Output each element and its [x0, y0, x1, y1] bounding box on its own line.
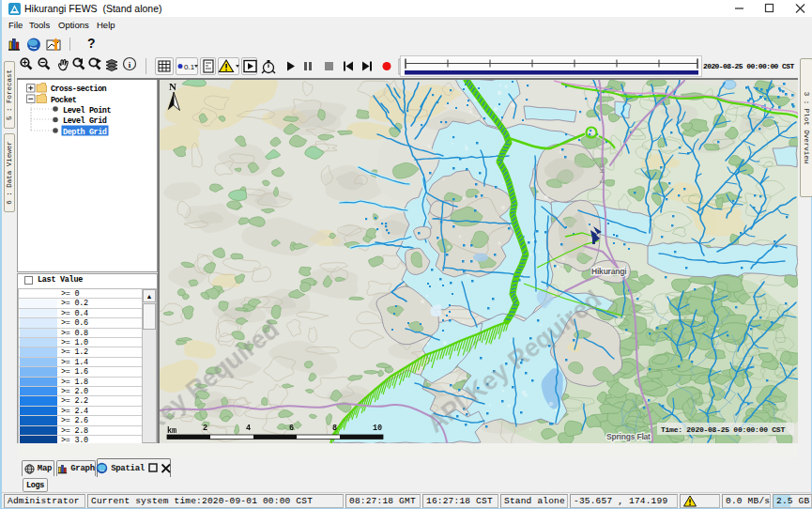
svg-text:N: N [169, 81, 176, 92]
svg-text:6: 6 [289, 424, 294, 433]
svg-text:Springs Flat: Springs Flat [606, 432, 651, 441]
svg-text:Level Grid: Level Grid [63, 116, 107, 126]
svg-text:km: km [167, 426, 176, 436]
svg-text:SH 1: SH 1 [598, 163, 606, 185]
svg-text:4: 4 [246, 424, 251, 433]
svg-text:i: i [129, 60, 131, 69]
svg-text:8: 8 [332, 424, 337, 433]
svg-text:Level Point: Level Point [63, 106, 112, 116]
svg-text:Time: 2020-08-25 00:00:00 CST: Time: 2020-08-25 00:00:00 CST [661, 425, 785, 434]
svg-text:0.1: 0.1 [184, 63, 195, 71]
svg-text:Pocket: Pocket [51, 96, 77, 105]
svg-text:Cross-section: Cross-section [51, 85, 107, 94]
svg-text:Hikurangi: Hikurangi [591, 267, 626, 276]
svg-text:10: 10 [373, 424, 382, 433]
svg-text:2: 2 [203, 424, 207, 433]
svg-text:Depth Grid: Depth Grid [63, 128, 107, 137]
